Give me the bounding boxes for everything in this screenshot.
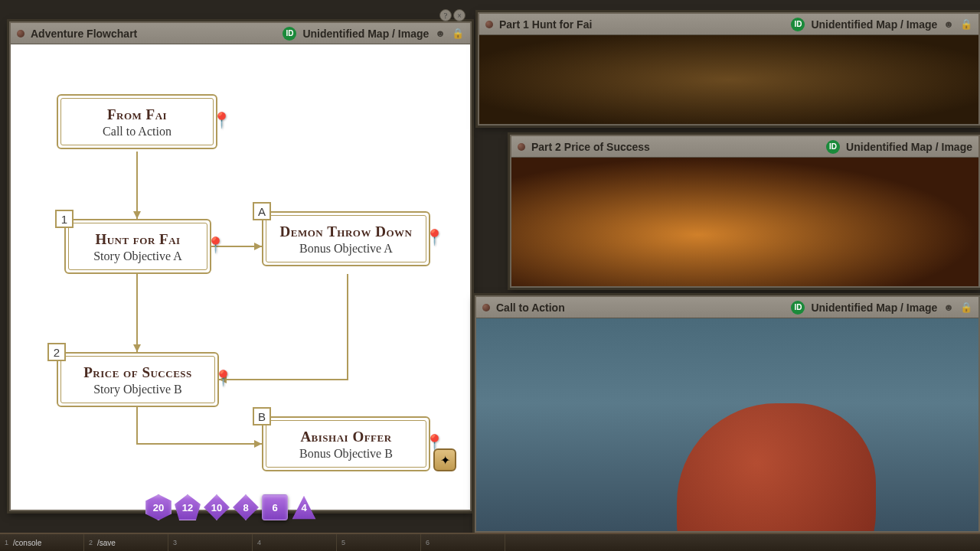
slot-number: 2 [89,539,93,546]
die-d12[interactable]: 12 [175,494,201,520]
die-d4[interactable]: 4 [291,494,317,520]
status-label: Unidentified Map / Image [846,141,972,153]
titlebar[interactable]: Part 1 Hunt for Fai ID Unidentified Map … [479,14,978,35]
node-subtitle: Call to Action [72,125,202,139]
pin-icon[interactable]: 📍 [206,236,225,254]
artwork [476,318,978,531]
window-call-to-action[interactable]: Call to Action ID Unidentified Map / Ima… [475,295,980,533]
share-icon[interactable]: ☻ [435,28,446,39]
titlebar[interactable]: Adventure Flowchart ID Unidentified Map … [11,23,470,44]
window-part1[interactable]: Part 1 Hunt for Fai ID Unidentified Map … [478,12,980,126]
die-d20[interactable]: 20 [145,494,172,520]
hotkey-slot[interactable]: 2 /save [84,534,168,551]
artwork [511,158,978,286]
node-subtitle: Bonus Objective B [277,447,415,461]
hotkey-slot[interactable]: 6 [421,534,505,551]
tools-icon: ✦ [440,453,450,468]
tools-button[interactable]: ✦ [433,448,456,471]
share-icon[interactable]: ☻ [943,302,954,313]
node-abishai-offer[interactable]: B Abishai Offer Bonus Objective B 📍 [262,416,430,471]
die-d10[interactable]: 10 [204,494,230,520]
window-menu-dot-icon[interactable] [17,30,24,37]
hotkey-slot[interactable]: 4 [253,534,337,551]
flowchart-canvas[interactable]: From Fai Call to Action 📍 1 Hunt for Fai… [11,44,470,510]
hotkey-slot[interactable]: 3 [168,534,253,551]
window-adventure-flowchart[interactable]: ? × Adventure Flowchart ID Unidentified … [9,21,472,511]
window-close-icon[interactable]: × [453,9,466,21]
svg-marker-5 [133,344,141,352]
artwork [479,35,978,124]
status-label: Unidentified Map / Image [811,302,937,314]
die-d8[interactable]: 8 [233,494,259,520]
slot-number: 6 [426,539,430,546]
node-tag: 2 [47,343,66,361]
pin-icon[interactable]: 📍 [214,369,233,387]
node-header: Abishai Offer [277,429,415,445]
node-subtitle: Story Objective B [72,383,204,396]
window-title: Call to Action [496,302,785,314]
lock-icon[interactable]: 🔒 [452,28,464,39]
die-d6[interactable]: 6 [262,494,288,520]
lock-icon[interactable]: 🔒 [960,18,972,30]
pin-icon[interactable]: 📍 [425,228,444,246]
node-tag: 1 [55,210,74,228]
image-viewport[interactable] [511,158,978,286]
window-title: Part 1 Hunt for Fai [499,18,785,31]
node-header: Hunt for Fai [80,231,196,248]
titlebar[interactable]: Part 2 Price of Success ID Unidentified … [511,136,978,158]
node-tag: B [253,407,271,425]
slot-number: 1 [5,539,8,546]
hotkey-slot[interactable]: 1 /console [0,534,84,551]
window-title: Adventure Flowchart [31,28,276,40]
slot-number: 3 [173,539,177,546]
id-badge-icon[interactable]: ID [283,27,296,41]
id-badge-icon[interactable]: ID [791,301,805,315]
lock-icon[interactable]: 🔒 [960,302,972,313]
status-label: Unidentified Map / Image [811,18,937,31]
node-from-fai[interactable]: From Fai Call to Action 📍 [57,94,217,149]
titlebar[interactable]: Call to Action ID Unidentified Map / Ima… [476,297,978,318]
window-top-controls: ? × [439,9,466,21]
share-icon[interactable]: ☻ [943,18,954,30]
slot-label: /console [13,539,41,547]
node-header: Demon Throw Down [277,223,415,240]
window-menu-dot-icon[interactable] [482,304,490,311]
node-demon-throw-down[interactable]: A Demon Throw Down Bonus Objective A 📍 [262,211,430,266]
status-label: Unidentified Map / Image [302,28,429,40]
window-menu-dot-icon[interactable] [485,21,493,28]
image-viewport[interactable] [476,318,978,531]
id-badge-icon[interactable]: ID [826,140,840,154]
hotkey-bar: 1 /console 2 /save 3 4 5 6 [0,533,980,551]
image-viewport[interactable] [479,35,978,124]
id-badge-icon[interactable]: ID [791,18,805,31]
window-title: Part 2 Price of Success [531,141,820,153]
svg-marker-1 [133,211,141,219]
node-hunt-for-fai[interactable]: 1 Hunt for Fai Story Objective A 📍 [64,219,211,274]
node-header: From Fai [72,106,202,123]
window-part2[interactable]: Part 2 Price of Success ID Unidentified … [510,135,980,288]
svg-marker-7 [254,440,262,448]
hotkey-slot[interactable]: 5 [337,534,421,551]
dice-tray: 20 12 10 8 6 4 [145,494,317,520]
node-header: Price of Success [72,364,204,381]
node-price-of-success[interactable]: 2 Price of Success Story Objective B 📍 [57,352,219,407]
node-tag: A [253,202,271,220]
slot-number: 4 [257,539,261,546]
slot-label: /save [97,539,116,547]
pin-icon[interactable]: 📍 [212,111,231,129]
node-subtitle: Story Objective A [80,249,196,263]
window-menu-dot-icon[interactable] [518,143,525,151]
slot-number: 5 [341,539,345,546]
window-help-icon[interactable]: ? [439,9,452,21]
node-subtitle: Bonus Objective A [277,242,415,256]
svg-marker-3 [254,243,262,250]
